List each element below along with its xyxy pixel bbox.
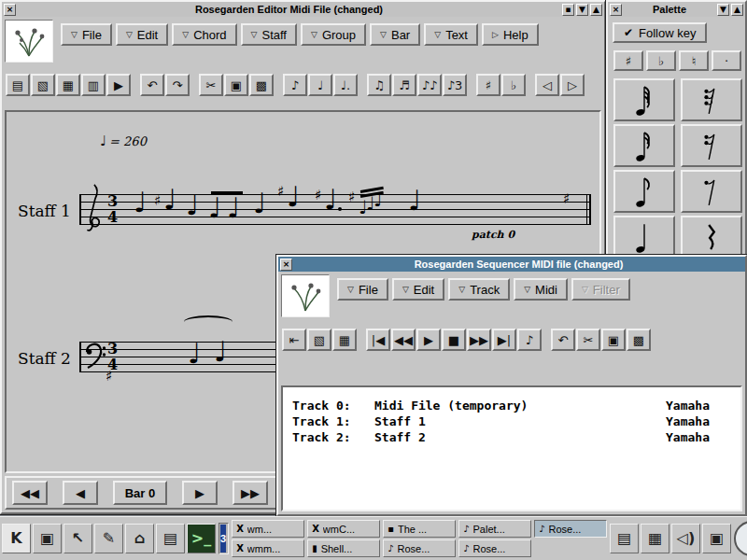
editor-eighth-note-button[interactable]: ♪ <box>283 74 307 96</box>
task-button[interactable]: ♪Rose... <box>534 520 607 538</box>
editor-sticky-icon[interactable]: ▪ <box>562 4 574 16</box>
editor-previous-button[interactable]: ◁ <box>535 74 559 96</box>
terminal-button[interactable]: >_ <box>187 524 216 553</box>
editor-stem-up-button[interactable]: ♯ <box>476 74 500 96</box>
palette-maximize-icon[interactable]: ▲ <box>731 4 743 16</box>
task-button[interactable]: ▪The ... <box>383 520 456 538</box>
previous-bar-button[interactable]: ◀ <box>63 481 98 505</box>
sequencer-skip-to-end-button[interactable]: ▶| <box>492 329 516 351</box>
note-icon[interactable]: ♩ <box>188 340 201 368</box>
thirty-second-note-button[interactable] <box>613 78 675 121</box>
sequencer-paste-button[interactable]: ▩ <box>627 329 651 351</box>
display-button[interactable]: ▣ <box>702 524 731 553</box>
editor-minimize-icon[interactable]: ▼ <box>576 4 588 16</box>
sequencer-undo-button[interactable]: ↶ <box>551 329 575 351</box>
editor-menu-bar[interactable]: ▽Bar <box>370 23 420 46</box>
editor-print-button[interactable]: ▥ <box>81 74 106 96</box>
editor-titlebar[interactable]: × Rosegarden Editor Midi File (changed) … <box>2 2 604 17</box>
sequencer-menu-track[interactable]: ▽Track <box>448 278 510 301</box>
eighth-rest-button[interactable] <box>681 170 742 213</box>
editor-quarter-note-button[interactable]: ♩ <box>308 74 332 96</box>
accidental-icon[interactable]: ♯ <box>315 189 321 203</box>
staff1[interactable]: 34 ♩♯♩♩♩♩♩♯♩♯♩♯♩♩♩♩♯ <box>79 194 591 225</box>
note-icon[interactable]: ♩ <box>408 187 421 215</box>
sixteenth-note-button[interactable] <box>613 124 675 167</box>
package-button[interactable]: ▦ <box>641 524 669 553</box>
editor-menu-file[interactable]: ▽File <box>61 23 112 46</box>
note-icon[interactable]: ♩ <box>287 183 300 211</box>
next-bar-button[interactable]: ▶ <box>182 481 218 505</box>
track-row[interactable]: Track 0:Midi File (temporary)Yamaha <box>292 399 731 414</box>
dot-button[interactable]: · <box>712 50 741 71</box>
sequencer-copy-button[interactable]: ▣ <box>601 329 626 351</box>
note-icon[interactable]: ♩ <box>186 191 199 219</box>
editor-menu-text[interactable]: ▽Text <box>424 23 478 46</box>
editor-beamed-notes-button[interactable]: ♫ <box>367 74 391 96</box>
home-button[interactable]: ⌂ <box>125 524 154 553</box>
editor-play-button[interactable]: ▶ <box>106 74 131 96</box>
editor-maximize-icon[interactable]: ▲ <box>590 4 602 16</box>
editor-copy-button[interactable]: ▣ <box>224 74 248 96</box>
track-row[interactable]: Track 2:Staff 2Yamaha <box>292 430 731 446</box>
editor-menu-edit[interactable]: ▽Edit <box>116 23 168 46</box>
quarter-rest-button[interactable] <box>681 216 742 259</box>
sequencer-fast-forward-button[interactable]: ▶▶ <box>467 329 491 351</box>
editor-menu-help[interactable]: ▷Help <box>482 23 539 46</box>
thirty-second-rest-button[interactable] <box>681 78 742 121</box>
sequencer-goto-begin-button[interactable]: ⇤ <box>282 329 306 351</box>
sequencer-play-button[interactable]: ▶ <box>416 329 441 351</box>
editor-new-document-button[interactable]: ▤ <box>6 74 30 96</box>
task-button[interactable]: XwmC... <box>307 520 380 538</box>
sequencer-record-note-button[interactable]: ♪ <box>517 329 542 351</box>
track-row[interactable]: Track 1:Staff 1Yamaha <box>292 414 731 430</box>
palette-titlebar[interactable]: × Palette ▼ ▲ <box>608 2 745 17</box>
sequencer-menu-edit[interactable]: ▽Edit <box>392 278 444 301</box>
books-button[interactable]: ▤ <box>610 524 639 553</box>
last-bar-button[interactable]: ▶▶ <box>233 481 268 505</box>
quarter-note-button[interactable] <box>613 216 675 259</box>
editor-save-button[interactable]: ▦ <box>56 74 80 96</box>
editor-cut-button[interactable]: ✂ <box>199 74 223 96</box>
paint-button[interactable]: ✎ <box>94 524 123 553</box>
task-button[interactable]: Xwmm... <box>232 539 304 557</box>
bar-indicator-button[interactable]: Bar 0 <box>113 481 167 505</box>
follow-key-toggle[interactable]: ✔ Follow key <box>613 22 707 43</box>
editor-tuplet-button[interactable]: ♪3 <box>443 74 467 96</box>
first-bar-button[interactable]: ◀◀ <box>12 481 48 505</box>
sharp-button[interactable]: ♯ <box>613 50 643 71</box>
task-button[interactable]: ♪Rose... <box>458 539 531 557</box>
sixteenth-rest-button[interactable] <box>681 124 742 167</box>
sequencer-skip-to-start-button[interactable]: |◀ <box>366 329 390 351</box>
pointer-button[interactable]: ↖ <box>63 524 92 553</box>
k-menu-button[interactable]: K <box>2 524 31 553</box>
task-button[interactable]: ♪Rose... <box>383 539 456 557</box>
editor-chord-button[interactable]: ♪♪ <box>417 74 442 96</box>
palette-minimize-icon[interactable]: ▼ <box>717 4 729 16</box>
note-icon[interactable]: ♩ <box>134 189 147 217</box>
sequencer-cut-button[interactable]: ✂ <box>576 329 600 351</box>
editor-next-button[interactable]: ▷ <box>560 74 585 96</box>
editor-undo-button[interactable]: ↶ <box>140 74 164 96</box>
accidental-icon[interactable]: ♯ <box>154 194 161 208</box>
sequencer-save-button[interactable]: ▦ <box>332 329 357 351</box>
task-button[interactable]: ▮Shell... <box>307 539 380 557</box>
note-icon[interactable]: ♩ <box>208 194 221 222</box>
accidental-icon[interactable]: ♯ <box>106 370 112 384</box>
eighth-note-button[interactable] <box>613 170 675 213</box>
sequencer-stop-button[interactable]: ■ <box>442 329 466 351</box>
editor-stem-down-button[interactable]: ♭ <box>501 74 526 96</box>
editor-redo-button[interactable]: ↷ <box>165 74 190 96</box>
sequencer-menu-midi[interactable]: ▽Midi <box>514 278 568 301</box>
sequencer-open-folder-button[interactable]: ▧ <box>307 329 331 351</box>
editor-dotted-note-button[interactable]: ♩. <box>333 74 358 96</box>
note-icon[interactable]: ♩ <box>227 194 240 222</box>
note-icon[interactable]: ♩ <box>324 186 337 214</box>
note-icon[interactable]: ♩ <box>214 338 227 366</box>
sequencer-rewind-button[interactable]: ◀◀ <box>391 329 416 351</box>
editor-menu-group[interactable]: ▽Group <box>301 23 366 46</box>
sequencer-titlebar[interactable]: × Rosegarden Sequencer MIDI file (change… <box>278 257 745 272</box>
flat-button[interactable]: ♭ <box>646 50 676 71</box>
gallery-button[interactable]: ▤ <box>156 524 185 553</box>
volume-button[interactable]: ◁) <box>671 524 700 553</box>
window-list-button[interactable]: ▣ <box>33 524 62 553</box>
